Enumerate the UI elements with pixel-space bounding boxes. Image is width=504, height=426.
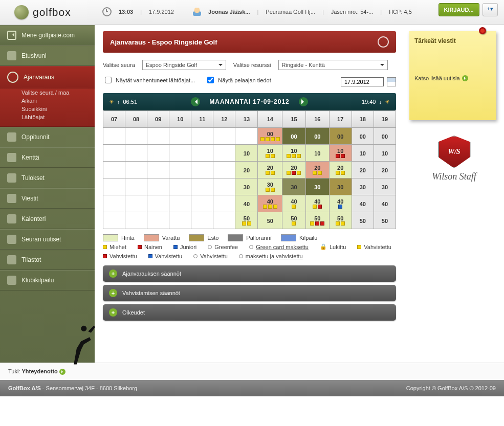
- time-slot[interactable]: 40: [352, 195, 374, 212]
- time-slot[interactable]: 30: [374, 178, 396, 195]
- support-link[interactable]: Yhteydenotto: [22, 368, 58, 374]
- legend-marker: [239, 254, 243, 258]
- time-slot[interactable]: 50: [329, 212, 352, 229]
- time-slot[interactable]: 20: [282, 162, 306, 178]
- legend-marker: [138, 245, 142, 249]
- legend-marker: [173, 245, 178, 249]
- legend-marker: [357, 245, 361, 249]
- hour-header: 15: [282, 111, 306, 128]
- time-slot[interactable]: 30: [258, 178, 282, 195]
- time-slot[interactable]: 20: [352, 162, 374, 178]
- calendar-icon[interactable]: [387, 77, 396, 86]
- select-club[interactable]: Espoo Ringside Golf: [142, 60, 226, 70]
- time-slot[interactable]: 00: [352, 128, 374, 145]
- checkbox-old-times[interactable]: Näytät vanhentuneet lähtöajat...: [103, 75, 195, 85]
- logo-text: golfbox: [33, 6, 71, 18]
- sidebar-item[interactable]: Klubikilpailu: [0, 270, 95, 290]
- arrow-left-icon: [7, 31, 16, 40]
- time-slot[interactable]: 30: [282, 178, 306, 195]
- prev-day-button[interactable]: [191, 97, 200, 106]
- legend-swatch: [281, 234, 296, 241]
- time-slot[interactable]: 30: [305, 178, 329, 195]
- time-slot[interactable]: 50: [235, 212, 258, 229]
- accordion-header[interactable]: +Vahvistamisen säännöt: [103, 285, 396, 301]
- hour-header: 08: [125, 111, 147, 128]
- sidebar-subitem[interactable]: Suosikkini: [0, 105, 95, 113]
- header-hcp: HCP: 4,5: [389, 9, 412, 15]
- date-input[interactable]: [341, 77, 384, 86]
- sidebar-item[interactable]: Viestit: [0, 188, 95, 209]
- time-slot[interactable]: 40: [374, 195, 396, 212]
- sidebar-item[interactable]: Seuran uutiset: [0, 229, 95, 250]
- time-slot[interactable]: 20: [235, 162, 258, 178]
- hour-header: 19: [374, 111, 396, 128]
- time-slot[interactable]: 40: [235, 195, 258, 212]
- hour-header: 13: [235, 111, 258, 128]
- sidebar-item[interactable]: Tulokset: [0, 168, 95, 188]
- time-slot[interactable]: 10: [282, 145, 306, 162]
- time-slot[interactable]: 50: [352, 212, 374, 229]
- time-slot[interactable]: 10: [329, 145, 352, 162]
- sidebar-item[interactable]: Kenttä: [0, 147, 95, 168]
- time-slot[interactable]: 30: [352, 178, 374, 195]
- time-slot[interactable]: 10: [352, 145, 374, 162]
- time-slot[interactable]: 50: [258, 212, 282, 229]
- time-slot[interactable]: 00: [258, 128, 282, 145]
- sidebar-item[interactable]: Oppitunnit: [0, 127, 95, 147]
- accordion-header[interactable]: +Oikeudet: [103, 304, 396, 321]
- time-slot[interactable]: 20: [329, 162, 352, 178]
- logo-icon: [14, 5, 29, 19]
- hour-header: 12: [213, 111, 235, 128]
- time-slot[interactable]: 10: [258, 145, 282, 162]
- time-slot[interactable]: 00: [282, 128, 306, 145]
- arrow-right-icon: [59, 369, 65, 375]
- accordion-header[interactable]: +Ajanvarauksen säännöt: [103, 265, 396, 282]
- sidebar-subitem[interactable]: Valitse seura / maa: [0, 88, 95, 97]
- checkbox-player-info[interactable]: Näytä pelaajan tiedot: [205, 75, 271, 85]
- sticky-link[interactable]: Katso lisää uutisia: [414, 75, 460, 81]
- time-slot[interactable]: 50: [305, 212, 329, 229]
- login-button[interactable]: KIRJAUD...: [439, 3, 479, 16]
- legend-marker: [193, 254, 198, 258]
- time-slot[interactable]: 20: [305, 162, 329, 178]
- footer: GolfBox A/S - Sensommervej 34F - 8600 Si…: [0, 380, 504, 396]
- sidebar-item[interactable]: Etusivuni: [0, 46, 95, 66]
- legend-marker: [148, 254, 152, 258]
- time-slot[interactable]: 10: [235, 145, 258, 162]
- header-time: 13:03: [119, 9, 133, 15]
- time-slot[interactable]: 20: [258, 162, 282, 178]
- header-user: Joonas Jääsk...: [208, 9, 250, 15]
- time-slot[interactable]: 10: [374, 145, 396, 162]
- footer-left: GolfBox A/S - Sensommervej 34F - 8600 Si…: [8, 385, 137, 391]
- time-slot[interactable]: 20: [374, 162, 396, 178]
- time-slot[interactable]: 30: [235, 178, 258, 195]
- sidebar-subitem[interactable]: Aikani: [0, 97, 95, 105]
- nav-icon: [7, 194, 16, 203]
- time-slot[interactable]: 00: [305, 128, 329, 145]
- select-resource[interactable]: Ringside - Kenttä: [278, 60, 388, 70]
- header-member: Jäsen nro.: 54-...: [331, 9, 374, 15]
- tee-time-grid: 07080910111213141516171819 0000000000001…: [103, 110, 396, 229]
- time-slot[interactable]: 30: [329, 178, 352, 195]
- time-slot[interactable]: 40: [258, 195, 282, 212]
- hour-header: 17: [329, 111, 352, 128]
- time-slot[interactable]: 00: [329, 128, 352, 145]
- time-slot[interactable]: 50: [374, 212, 396, 229]
- sponsor-logo[interactable]: W/S Wilson Staff: [409, 136, 499, 182]
- sidebar-item[interactable]: Kalenteri: [0, 209, 95, 229]
- time-slot[interactable]: 10: [305, 145, 329, 162]
- language-button[interactable]: +▾: [483, 3, 498, 16]
- select-resource-label: Valitse resurssi: [233, 62, 271, 68]
- sidebar-back[interactable]: Mene golfpiste.com: [0, 25, 95, 46]
- sidebar-item[interactable]: Ajanvaraus: [0, 66, 95, 88]
- sidebar-subitem[interactable]: Lähtöajat: [0, 113, 95, 121]
- time-slot[interactable]: 50: [282, 212, 306, 229]
- legend-swatch: [228, 234, 243, 241]
- time-slot[interactable]: 40: [282, 195, 306, 212]
- time-slot[interactable]: 40: [305, 195, 329, 212]
- time-slot[interactable]: 00: [374, 128, 396, 145]
- next-day-button[interactable]: [299, 97, 308, 106]
- sidebar-item[interactable]: Tilastot: [0, 250, 95, 270]
- time-slot[interactable]: 40: [329, 195, 352, 212]
- page-title-bar: Ajanvaraus - Espoo Ringside Golf: [103, 31, 396, 53]
